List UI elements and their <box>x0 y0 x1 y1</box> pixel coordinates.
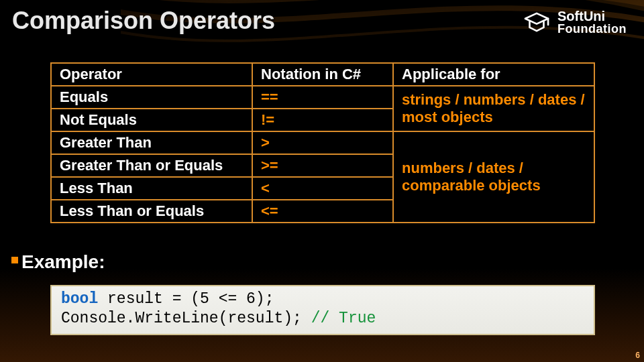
cell-operator: Greater Than <box>51 131 252 154</box>
code-text: Console.WriteLine(result); <box>61 310 311 327</box>
graduation-cap-icon <box>523 8 551 36</box>
example-label: Example: <box>21 251 105 273</box>
cell-notation: == <box>252 86 393 109</box>
cell-operator: Less Than or Equals <box>51 200 252 223</box>
logo-text-1: SoftUni <box>557 9 627 23</box>
bullet-icon <box>11 257 18 263</box>
code-example: bool result = (5 <= 6); Console.WriteLin… <box>50 285 595 335</box>
example-text: Example: <box>21 251 105 272</box>
cell-notation: <= <box>252 200 393 223</box>
cell-notation: != <box>252 109 393 131</box>
col-operator: Operator <box>51 63 252 86</box>
page-number: 6 <box>635 351 640 360</box>
cell-notation: >= <box>252 154 393 177</box>
cell-operator: Greater Than or Equals <box>51 154 252 177</box>
col-notation: Notation in C# <box>252 63 393 86</box>
code-keyword: bool <box>61 290 98 308</box>
cell-operator: Less Than <box>51 177 252 200</box>
logo-text-2: Foundation <box>557 23 627 35</box>
operators-table: Operator Notation in C# Applicable for E… <box>50 62 595 223</box>
cell-operator: Not Equals <box>51 109 252 131</box>
cell-notation: > <box>252 131 393 154</box>
col-applicable: Applicable for <box>393 63 594 86</box>
table-header-row: Operator Notation in C# Applicable for <box>51 63 594 86</box>
code-comment: // True <box>311 310 376 327</box>
table-row: Equals == strings / numbers / dates / mo… <box>51 86 594 109</box>
cell-applicable-group1: strings / numbers / dates / most objects <box>393 86 594 131</box>
code-text: result = (5 <= 6); <box>98 290 274 308</box>
slide-title: Comparison Operators <box>12 7 275 35</box>
cell-applicable-group2: numbers / dates / comparable objects <box>393 131 594 223</box>
cell-operator: Equals <box>51 86 252 109</box>
cell-notation: < <box>252 177 393 200</box>
brand-logo: SoftUni Foundation <box>523 8 627 36</box>
table-row: Greater Than > numbers / dates / compara… <box>51 131 594 154</box>
